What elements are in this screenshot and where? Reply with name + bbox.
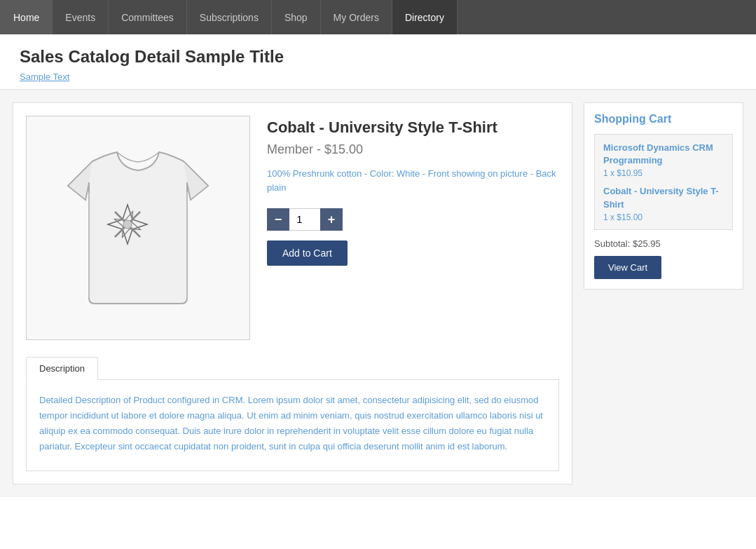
product-title: Cobalt - University Style T-Shirt — [267, 118, 559, 137]
nav-home[interactable]: Home — [0, 0, 53, 34]
page-header: Sales Catalog Detail Sample Title Sample… — [0, 34, 756, 90]
product-price: Member - $15.00 — [267, 142, 559, 157]
cart-widget: Shopping Cart Microsoft Dynamics CRM Pro… — [584, 102, 743, 290]
nav-directory[interactable]: Directory — [392, 0, 458, 34]
tshirt-illustration — [40, 123, 236, 333]
tab-description[interactable]: Description — [26, 357, 98, 380]
cart-items-box: Microsoft Dynamics CRM Programming 1 x $… — [594, 134, 733, 230]
quantity-control: − + — [267, 208, 559, 231]
cart-item-1-qty: 1 x $10.95 — [603, 168, 724, 178]
quantity-input[interactable] — [289, 208, 320, 231]
cart-item-2: Cobalt - University Style T-Shirt 1 x $1… — [603, 185, 724, 222]
quantity-increase-button[interactable]: + — [320, 208, 343, 231]
cart-subtotal: Subtotal: $25.95 — [594, 238, 733, 249]
cart-title: Shopping Cart — [594, 113, 733, 126]
cart-item-2-qty: 1 x $15.00 — [603, 212, 724, 222]
product-description: 100% Preshrunk cotton - Color: White - F… — [267, 167, 559, 194]
nav-committees[interactable]: Committees — [109, 0, 187, 34]
tab-header: Description — [26, 357, 559, 380]
main-nav: Home Events Committees Subscriptions Sho… — [0, 0, 756, 34]
nav-subscriptions[interactable]: Subscriptions — [187, 0, 272, 34]
product-image — [26, 116, 250, 340]
cart-item-2-name[interactable]: Cobalt - University Style T-Shirt — [603, 185, 724, 210]
page-wrapper: Sales Catalog Detail Sample Title Sample… — [0, 34, 756, 549]
add-to-cart-button[interactable]: Add to Cart — [267, 240, 348, 266]
page-title: Sales Catalog Detail Sample Title — [20, 47, 736, 67]
product-section: Cobalt - University Style T-Shirt Member… — [26, 116, 559, 340]
nav-events[interactable]: Events — [53, 0, 109, 34]
main-panel: Cobalt - University Style T-Shirt Member… — [13, 102, 572, 484]
nav-my-orders[interactable]: My Orders — [321, 0, 392, 34]
quantity-decrease-button[interactable]: − — [267, 208, 289, 231]
breadcrumb[interactable]: Sample Text — [20, 72, 69, 82]
cart-item-1: Microsoft Dynamics CRM Programming 1 x $… — [603, 142, 724, 178]
view-cart-button[interactable]: View Cart — [594, 256, 661, 279]
tabs-section: Description Detailed Description of Prod… — [26, 357, 559, 471]
content-area: Cobalt - University Style T-Shirt Member… — [0, 90, 756, 497]
sidebar: Shopping Cart Microsoft Dynamics CRM Pro… — [584, 102, 743, 484]
product-info: Cobalt - University Style T-Shirt Member… — [267, 116, 559, 340]
description-text: Detailed Description of Product configur… — [39, 393, 546, 454]
nav-shop[interactable]: Shop — [272, 0, 321, 34]
svg-point-6 — [123, 220, 132, 229]
tab-content: Detailed Description of Product configur… — [26, 380, 559, 471]
cart-item-1-name[interactable]: Microsoft Dynamics CRM Programming — [603, 142, 724, 167]
